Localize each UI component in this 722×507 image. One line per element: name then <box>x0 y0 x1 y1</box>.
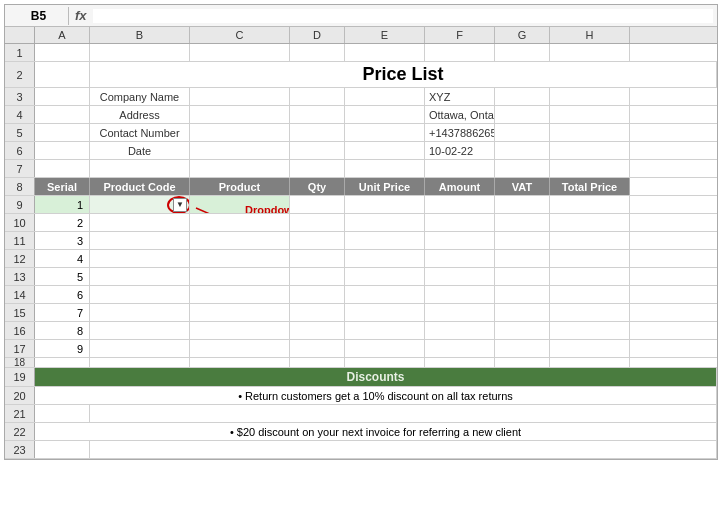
cell-g18[interactable] <box>495 358 550 367</box>
cell-h5[interactable] <box>550 124 630 141</box>
cell-a3[interactable] <box>35 88 90 105</box>
cell-b14[interactable] <box>90 286 190 303</box>
cell-h4[interactable] <box>550 106 630 123</box>
cell-d17[interactable] <box>290 340 345 357</box>
cell-e3[interactable] <box>345 88 425 105</box>
cell-d1[interactable] <box>290 44 345 61</box>
cell-e12[interactable] <box>345 250 425 267</box>
product-code-9[interactable]: ▼ <box>90 196 190 213</box>
cell-c14[interactable] <box>190 286 290 303</box>
serial-10[interactable]: 2 <box>35 214 90 231</box>
cell-g3[interactable] <box>495 88 550 105</box>
cell-g5[interactable] <box>495 124 550 141</box>
cell-d18[interactable] <box>290 358 345 367</box>
cell-b10[interactable] <box>90 214 190 231</box>
cell-c11[interactable] <box>190 232 290 249</box>
cell-f14[interactable] <box>425 286 495 303</box>
cell-c9[interactable]: Dropdown List <box>190 196 290 213</box>
cell-c17[interactable] <box>190 340 290 357</box>
cell-g9[interactable] <box>495 196 550 213</box>
cell-c4[interactable] <box>190 106 290 123</box>
col-header-e[interactable]: E <box>345 27 425 43</box>
cell-h3[interactable] <box>550 88 630 105</box>
cell-f13[interactable] <box>425 268 495 285</box>
cell-c7[interactable] <box>190 160 290 177</box>
cell-d11[interactable] <box>290 232 345 249</box>
address-value[interactable]: Ottawa, Ontario <box>425 106 495 123</box>
cell-c1[interactable] <box>190 44 290 61</box>
cell-c18[interactable] <box>190 358 290 367</box>
cell-d6[interactable] <box>290 142 345 159</box>
title-cell[interactable]: Price List <box>90 62 717 87</box>
formula-input[interactable] <box>93 9 713 23</box>
cell-b18[interactable] <box>90 358 190 367</box>
cell-h6[interactable] <box>550 142 630 159</box>
cell-b17[interactable] <box>90 340 190 357</box>
col-header-g[interactable]: G <box>495 27 550 43</box>
cell-c12[interactable] <box>190 250 290 267</box>
cell-h13[interactable] <box>550 268 630 285</box>
col-header-c[interactable]: C <box>190 27 290 43</box>
cell-e18[interactable] <box>345 358 425 367</box>
col-header-d[interactable]: D <box>290 27 345 43</box>
cell-h7[interactable] <box>550 160 630 177</box>
cell-h12[interactable] <box>550 250 630 267</box>
cell-d12[interactable] <box>290 250 345 267</box>
col-header-h[interactable]: H <box>550 27 630 43</box>
address-label[interactable]: Address <box>90 106 190 123</box>
cell-e10[interactable] <box>345 214 425 231</box>
cell-a18[interactable] <box>35 358 90 367</box>
cell-c16[interactable] <box>190 322 290 339</box>
cell-e6[interactable] <box>345 142 425 159</box>
cell-g14[interactable] <box>495 286 550 303</box>
cell-d15[interactable] <box>290 304 345 321</box>
serial-12[interactable]: 4 <box>35 250 90 267</box>
col-header-b[interactable]: B <box>90 27 190 43</box>
cell-b23-span[interactable] <box>90 441 717 458</box>
cell-d9[interactable] <box>290 196 345 213</box>
cell-a7[interactable] <box>35 160 90 177</box>
cell-c13[interactable] <box>190 268 290 285</box>
cell-h1[interactable] <box>550 44 630 61</box>
cell-h18[interactable] <box>550 358 630 367</box>
contact-number-value[interactable]: +14378862659 <box>425 124 495 141</box>
cell-g16[interactable] <box>495 322 550 339</box>
cell-d14[interactable] <box>290 286 345 303</box>
cell-g12[interactable] <box>495 250 550 267</box>
cell-e14[interactable] <box>345 286 425 303</box>
cell-f9[interactable] <box>425 196 495 213</box>
cell-c3[interactable] <box>190 88 290 105</box>
cell-e11[interactable] <box>345 232 425 249</box>
cell-e13[interactable] <box>345 268 425 285</box>
cell-g17[interactable] <box>495 340 550 357</box>
cell-d16[interactable] <box>290 322 345 339</box>
cell-e4[interactable] <box>345 106 425 123</box>
cell-b1[interactable] <box>90 44 190 61</box>
cell-b13[interactable] <box>90 268 190 285</box>
cell-a6[interactable] <box>35 142 90 159</box>
cell-f7[interactable] <box>425 160 495 177</box>
cell-d4[interactable] <box>290 106 345 123</box>
cell-f18[interactable] <box>425 358 495 367</box>
cell-g6[interactable] <box>495 142 550 159</box>
cell-d13[interactable] <box>290 268 345 285</box>
cell-g13[interactable] <box>495 268 550 285</box>
cell-e5[interactable] <box>345 124 425 141</box>
cell-e1[interactable] <box>345 44 425 61</box>
cell-f15[interactable] <box>425 304 495 321</box>
cell-b15[interactable] <box>90 304 190 321</box>
cell-a21[interactable] <box>35 405 90 422</box>
contact-number-label[interactable]: Contact Number <box>90 124 190 141</box>
cell-reference[interactable]: B5 <box>9 7 69 25</box>
cell-b16[interactable] <box>90 322 190 339</box>
cell-d5[interactable] <box>290 124 345 141</box>
cell-h9[interactable] <box>550 196 630 213</box>
cell-g4[interactable] <box>495 106 550 123</box>
cell-g7[interactable] <box>495 160 550 177</box>
cell-a23[interactable] <box>35 441 90 458</box>
cell-f17[interactable] <box>425 340 495 357</box>
cell-d3[interactable] <box>290 88 345 105</box>
serial-13[interactable]: 5 <box>35 268 90 285</box>
cell-c15[interactable] <box>190 304 290 321</box>
cell-h11[interactable] <box>550 232 630 249</box>
